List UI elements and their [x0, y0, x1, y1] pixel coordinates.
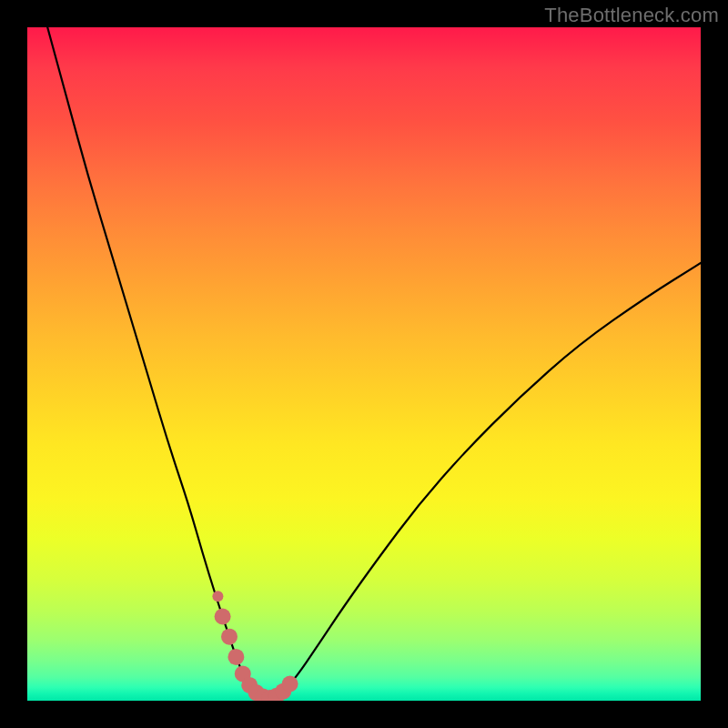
marker-dot	[282, 676, 298, 693]
bottleneck-chart	[27, 27, 701, 701]
highlight-markers	[212, 591, 298, 701]
marker-layer	[27, 27, 701, 701]
marker-dot	[212, 591, 223, 602]
watermark-text: TheBottleneck.com	[544, 4, 719, 27]
marker-dot	[221, 629, 238, 645]
marker-dot	[215, 609, 231, 625]
marker-dot	[228, 649, 244, 665]
